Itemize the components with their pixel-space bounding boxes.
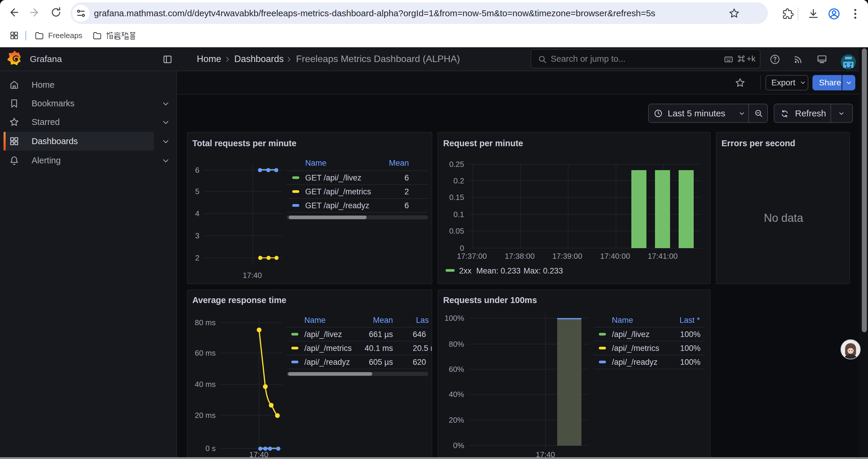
svg-text:17:37:00: 17:37:00 bbox=[457, 252, 487, 261]
svg-text:No data: No data bbox=[764, 212, 803, 224]
svg-text:/api/_/livez: /api/_/livez bbox=[304, 330, 342, 339]
svg-text:Mean: Mean bbox=[389, 159, 409, 167]
svg-text:Last *: Last * bbox=[680, 316, 700, 325]
svg-text:GET /api/_/livez: GET /api/_/livez bbox=[305, 173, 361, 182]
svg-text:/api/_/metrics: /api/_/metrics bbox=[304, 344, 352, 353]
svg-text:0%: 0% bbox=[453, 441, 464, 450]
svg-text:100%: 100% bbox=[680, 344, 701, 353]
svg-text:620: 620 bbox=[413, 358, 426, 366]
svg-text:0: 0 bbox=[460, 244, 464, 253]
svg-text:17:41:00: 17:41:00 bbox=[648, 252, 677, 261]
svg-text:Name: Name bbox=[612, 316, 633, 325]
svg-text:2: 2 bbox=[404, 187, 409, 196]
svg-text:6: 6 bbox=[404, 201, 409, 210]
svg-text:80%: 80% bbox=[449, 340, 464, 349]
svg-text:20%: 20% bbox=[449, 416, 464, 424]
svg-text:4: 4 bbox=[195, 209, 199, 218]
svg-text:0 s: 0 s bbox=[205, 444, 216, 453]
svg-text:17:40: 17:40 bbox=[536, 450, 555, 458]
svg-text:0.2: 0.2 bbox=[454, 176, 464, 185]
svg-text:40%: 40% bbox=[449, 390, 464, 399]
svg-text:Mean: Mean bbox=[373, 316, 393, 325]
svg-text:Errors per second: Errors per second bbox=[721, 138, 795, 148]
svg-text:6: 6 bbox=[195, 166, 199, 174]
svg-text:60%: 60% bbox=[449, 365, 464, 374]
svg-text:20 ms: 20 ms bbox=[195, 411, 216, 420]
svg-text:GET /api/_/metrics: GET /api/_/metrics bbox=[305, 187, 371, 196]
svg-text:17:38:00: 17:38:00 bbox=[505, 252, 534, 261]
svg-text:60 ms: 60 ms bbox=[195, 349, 216, 357]
svg-text:17:40:00: 17:40:00 bbox=[600, 252, 630, 261]
svg-text:Request per minute: Request per minute bbox=[443, 138, 523, 148]
svg-text:Requests under 100ms: Requests under 100ms bbox=[443, 295, 537, 305]
svg-text:646: 646 bbox=[413, 330, 426, 339]
svg-text:605 µs: 605 µs bbox=[369, 358, 393, 366]
svg-text:2xx: 2xx bbox=[459, 266, 472, 275]
svg-text:40 ms: 40 ms bbox=[195, 380, 216, 389]
svg-text:/api/_/readyz: /api/_/readyz bbox=[612, 358, 658, 366]
svg-text:Las: Las bbox=[416, 316, 429, 325]
svg-text:100%: 100% bbox=[680, 330, 701, 339]
svg-text:Mean: 0.233: Mean: 0.233 bbox=[476, 266, 521, 275]
svg-text:6: 6 bbox=[404, 173, 409, 182]
svg-text:GET /api/_/readyz: GET /api/_/readyz bbox=[305, 201, 369, 210]
svg-text:0.1: 0.1 bbox=[454, 210, 464, 219]
svg-text:40.1 ms: 40.1 ms bbox=[365, 344, 393, 353]
svg-text:/api/_/metrics: /api/_/metrics bbox=[612, 344, 659, 353]
svg-text:Name: Name bbox=[305, 159, 327, 167]
svg-text:20.5 m: 20.5 m bbox=[413, 344, 432, 353]
svg-text:17:40: 17:40 bbox=[249, 450, 268, 458]
svg-text:0.25: 0.25 bbox=[449, 160, 464, 169]
svg-text:/api/_/livez: /api/_/livez bbox=[612, 330, 650, 339]
svg-text:3: 3 bbox=[195, 231, 199, 240]
svg-text:Name: Name bbox=[304, 316, 326, 325]
svg-text:Total requests per minute: Total requests per minute bbox=[192, 138, 296, 148]
svg-text:2: 2 bbox=[195, 254, 199, 262]
svg-text:Max: 0.233: Max: 0.233 bbox=[524, 266, 563, 275]
svg-text:17:39:00: 17:39:00 bbox=[552, 252, 582, 261]
svg-text:0.05: 0.05 bbox=[449, 227, 464, 235]
svg-text:5: 5 bbox=[195, 187, 199, 196]
svg-text:17:40: 17:40 bbox=[243, 271, 262, 280]
svg-text:661 µs: 661 µs bbox=[369, 330, 393, 339]
svg-text:Average response time: Average response time bbox=[192, 295, 286, 305]
svg-text:80 ms: 80 ms bbox=[195, 318, 216, 327]
svg-text:0.15: 0.15 bbox=[449, 193, 464, 202]
svg-text:/api/_/readyz: /api/_/readyz bbox=[304, 358, 350, 366]
svg-text:100%: 100% bbox=[445, 314, 464, 323]
svg-text:100%: 100% bbox=[680, 358, 701, 366]
